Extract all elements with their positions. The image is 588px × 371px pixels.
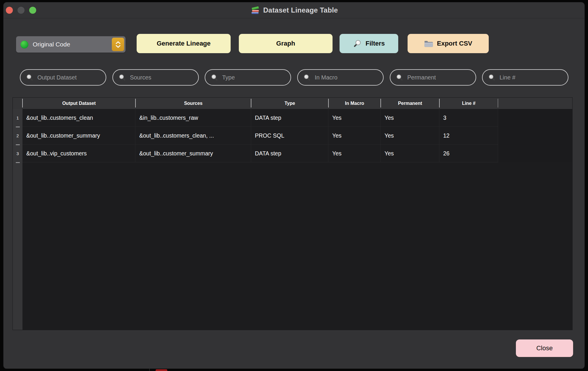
filter-input-output-dataset[interactable] (37, 74, 102, 81)
column-header-permanent[interactable]: Permanent (381, 98, 439, 109)
column-header-spacer (498, 98, 572, 109)
close-button[interactable]: Close (516, 339, 573, 357)
row-number[interactable]: 1 (13, 109, 22, 127)
filter-field-type (205, 69, 291, 86)
cell-output-dataset[interactable]: &out_lib..vip_customers (22, 145, 135, 162)
cell-type[interactable]: PROC SQL (251, 127, 328, 145)
cell-in-macro[interactable]: Yes (328, 127, 381, 145)
table-empty-area (22, 162, 572, 330)
cell-type[interactable]: DATA step (251, 145, 328, 162)
cell-line-number[interactable]: 26 (439, 145, 498, 162)
close-label: Close (536, 344, 553, 352)
books-icon (250, 5, 260, 15)
traffic-lights (6, 7, 36, 14)
row-spacer (498, 109, 572, 127)
filter-field-sources (112, 69, 199, 86)
background-window-edge (149, 369, 150, 371)
filter-input-in-macro[interactable] (314, 74, 379, 81)
close-window-button[interactable] (6, 7, 13, 14)
filter-field-line-number (482, 69, 568, 86)
code-version-select[interactable]: Original Code (16, 36, 126, 53)
cell-permanent[interactable]: Yes (381, 145, 439, 162)
filter-field-output-dataset (20, 69, 106, 86)
row-number-gutter (13, 162, 22, 330)
filter-input-line-number[interactable] (499, 74, 564, 81)
cell-line-number[interactable]: 3 (439, 109, 498, 127)
title-bar: Dataset Lineage Table (4, 2, 584, 18)
row-number[interactable]: 2 (13, 127, 22, 145)
search-icon (488, 74, 496, 82)
export-csv-button[interactable]: Export CSV (408, 34, 489, 53)
row-spacer (498, 127, 572, 145)
table-corner-cell (13, 98, 22, 109)
cell-sources[interactable]: &in_lib..customers_raw (135, 109, 251, 127)
row-number[interactable]: 3 (13, 145, 22, 162)
cell-permanent[interactable]: Yes (381, 127, 439, 145)
cell-in-macro[interactable]: Yes (328, 145, 381, 162)
column-header-type[interactable]: Type (251, 98, 328, 109)
filters-button[interactable]: Filters (340, 34, 398, 53)
filter-field-permanent (390, 69, 476, 86)
minimize-window-button[interactable] (18, 7, 25, 14)
search-icon (303, 74, 311, 82)
search-icon (118, 74, 126, 82)
cell-output-dataset[interactable]: &out_lib..customers_clean (22, 109, 135, 127)
popup-stepper-icon[interactable] (112, 38, 124, 51)
filter-input-permanent[interactable] (407, 74, 472, 81)
cell-line-number[interactable]: 12 (439, 127, 498, 145)
lineage-table: Output Dataset Sources Type In Macro Per… (13, 98, 572, 330)
dataset-lineage-window: Dataset Lineage Table Original Code Gene… (4, 2, 584, 369)
cell-type[interactable]: DATA step (251, 109, 328, 127)
search-icon (396, 74, 403, 82)
filters-label: Filters (366, 40, 385, 47)
window-title-group: Dataset Lineage Table (4, 2, 584, 18)
column-header-output-dataset[interactable]: Output Dataset (22, 98, 135, 109)
search-icon (211, 74, 218, 82)
row-spacer (498, 145, 572, 162)
folder-icon (424, 40, 433, 48)
filter-input-sources[interactable] (129, 74, 194, 81)
desktop-background (0, 369, 588, 371)
cell-sources[interactable]: &out_lib..customer_summary (135, 145, 251, 162)
export-csv-label: Export CSV (437, 40, 472, 47)
cell-permanent[interactable]: Yes (381, 109, 439, 127)
search-icon (26, 74, 34, 82)
generate-lineage-label: Generate Lineage (157, 40, 211, 47)
magnifier-icon (353, 39, 362, 48)
filter-input-type[interactable] (222, 74, 286, 81)
window-title: Dataset Lineage Table (263, 6, 338, 14)
background-red-button (156, 369, 167, 371)
green-status-dot (20, 41, 28, 48)
cell-output-dataset[interactable]: &out_lib..customer_summary (22, 127, 135, 145)
column-header-line-number[interactable]: Line # (439, 98, 498, 109)
cell-sources[interactable]: &out_lib..customers_clean, ... (135, 127, 251, 145)
cell-in-macro[interactable]: Yes (328, 109, 381, 127)
graph-button[interactable]: Graph (239, 34, 333, 53)
graph-label: Graph (276, 40, 295, 47)
filter-field-in-macro (297, 69, 384, 86)
generate-lineage-button[interactable]: Generate Lineage (137, 34, 231, 53)
zoom-window-button[interactable] (29, 7, 36, 14)
column-header-sources[interactable]: Sources (135, 98, 251, 109)
code-version-value: Original Code (33, 41, 70, 48)
column-header-in-macro[interactable]: In Macro (328, 98, 381, 109)
